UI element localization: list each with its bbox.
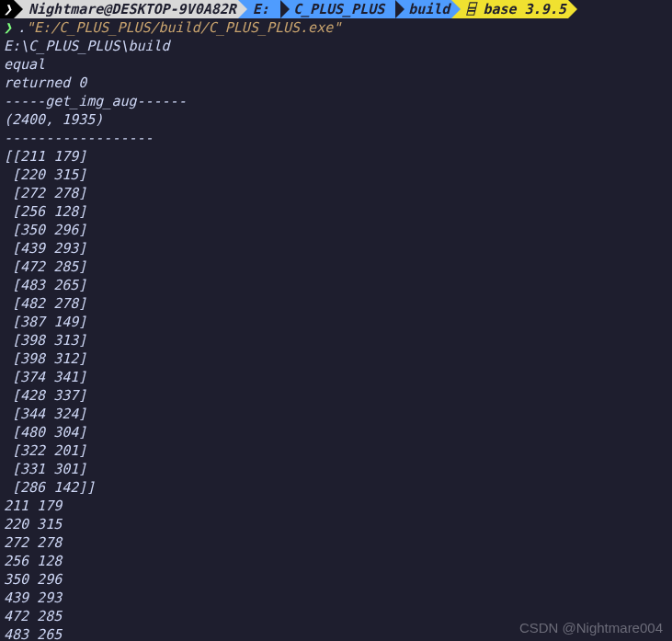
output-line: equal: [4, 55, 672, 74]
output-line: [[211 179]: [4, 147, 672, 166]
output-line: [398 313]: [4, 331, 672, 349]
output-line: E:\C_PLUS_PLUS\build: [4, 37, 672, 55]
output-line: [272 278]: [4, 184, 672, 202]
output-line: [220 315]: [4, 166, 672, 184]
output-line: [350 296]: [4, 221, 672, 239]
output-line: (2400, 1935): [4, 110, 672, 129]
output-line: [286 142]]: [4, 478, 672, 497]
breadcrumb-env: ⌸ base 3.9.5: [451, 0, 567, 18]
output-line: returned 0: [4, 74, 672, 92]
breadcrumb-dir2: build: [386, 0, 451, 18]
output-line: [439 293]: [4, 239, 672, 258]
output-line: [387 149]: [4, 313, 672, 331]
command-text: "E:/C_PLUS_PLUS/build/C_PLUS_PLUS.exe": [26, 18, 341, 37]
output-line: 350 296: [4, 570, 672, 589]
breadcrumb-dir1: C_PLUS_PLUS: [271, 0, 386, 18]
breadcrumb-dir2-text: build: [408, 0, 450, 18]
breadcrumb: ❯ Nightmare@DESKTOP-9V0A82R E: C_PLUS_PL…: [0, 0, 672, 18]
output-line: 256 128: [4, 552, 672, 570]
breadcrumb-host-text: Nightmare@DESKTOP-9V0A82R: [28, 0, 236, 18]
output-line: 439 293: [4, 589, 672, 607]
prompt-dot: .: [17, 18, 26, 37]
breadcrumb-caret: ❯: [0, 0, 14, 18]
output-line: -----get_img_aug------: [4, 92, 672, 110]
output-line: 211 179: [4, 497, 672, 515]
output-line: [472 285]: [4, 258, 672, 276]
breadcrumb-dir1-text: C_PLUS_PLUS: [293, 0, 384, 18]
breadcrumb-host: Nightmare@DESKTOP-9V0A82R: [14, 0, 238, 18]
prompt-caret-icon: ❯: [0, 18, 17, 37]
output-line: ------------------: [4, 129, 672, 147]
output-line: [398 312]: [4, 349, 672, 368]
output-line: [331 301]: [4, 460, 672, 478]
output-line: [482 278]: [4, 294, 672, 313]
breadcrumb-drive-text: E:: [253, 0, 269, 18]
output-line: [322 201]: [4, 441, 672, 460]
output-line: [344 324]: [4, 405, 672, 423]
caret-icon: ❯: [4, 0, 12, 18]
output-line: [480 304]: [4, 423, 672, 441]
watermark: CSDN @Nightmare004: [519, 619, 663, 637]
output-line: 220 315: [4, 515, 672, 533]
terminal-output: E:\C_PLUS_PLUS\buildequalreturned 0-----…: [0, 37, 672, 641]
output-line: [374 341]: [4, 368, 672, 386]
output-line: [256 128]: [4, 202, 672, 221]
output-line: [483 265]: [4, 276, 672, 294]
output-line: 272 278: [4, 533, 672, 552]
prompt-line[interactable]: ❯ . "E:/C_PLUS_PLUS/build/C_PLUS_PLUS.ex…: [0, 18, 672, 37]
breadcrumb-env-text: ⌸ base 3.9.5: [466, 0, 565, 18]
output-line: [428 337]: [4, 386, 672, 405]
